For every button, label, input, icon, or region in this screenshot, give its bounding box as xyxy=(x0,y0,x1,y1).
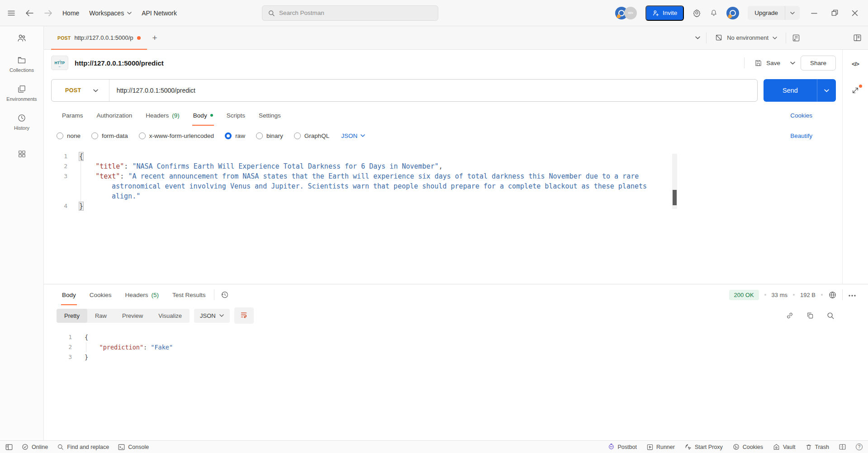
runner-button[interactable]: Runner xyxy=(647,444,675,450)
help-icon[interactable]: ? xyxy=(856,444,863,450)
vault-button[interactable]: Vault xyxy=(773,444,796,450)
environment-quick-look-icon[interactable] xyxy=(792,34,800,42)
notifications-bell-icon[interactable] xyxy=(710,9,718,17)
window-minimize-button[interactable] xyxy=(808,7,820,19)
sidebar-item-collections[interactable]: Collections xyxy=(9,56,34,73)
code-snippet-icon[interactable]: </> xyxy=(852,61,859,67)
send-button[interactable]: Send xyxy=(764,79,836,102)
response-size[interactable]: 192 B xyxy=(800,292,816,298)
response-tab-headers[interactable]: Headers(5) xyxy=(120,284,165,305)
mode-raw[interactable]: raw xyxy=(225,132,245,139)
response-tab-body[interactable]: Body xyxy=(57,284,81,305)
save-options-chevron-icon[interactable] xyxy=(790,61,795,65)
trash-icon xyxy=(806,444,812,450)
request-tab[interactable]: POST http://127.0.0.1:5000/p xyxy=(51,26,147,49)
tab-body[interactable]: Body xyxy=(188,105,218,126)
nav-workspaces[interactable]: Workspaces xyxy=(89,9,132,17)
response-tab-test-results[interactable]: Test Results xyxy=(167,284,211,305)
postbot-button[interactable]: Postbot xyxy=(608,443,637,451)
online-status[interactable]: Online xyxy=(22,444,48,450)
runner-play-icon xyxy=(647,444,653,450)
toggle-sidebar-panel-icon[interactable] xyxy=(5,444,13,450)
new-tab-button[interactable]: + xyxy=(147,33,163,43)
console-toggle[interactable]: Console xyxy=(118,444,149,450)
mode-graphql[interactable]: GraphQL xyxy=(294,132,330,139)
forward-arrow-icon[interactable] xyxy=(44,9,52,17)
sidebar-item-team[interactable] xyxy=(17,33,27,43)
tab-headers[interactable]: Headers(9) xyxy=(140,105,185,126)
wrap-lines-button[interactable] xyxy=(234,307,254,324)
search-response-icon[interactable] xyxy=(826,311,835,320)
radio-icon xyxy=(57,132,63,139)
search-input[interactable] xyxy=(279,9,432,16)
trash-button[interactable]: Trash xyxy=(806,444,830,450)
cookie-icon xyxy=(733,444,740,450)
find-and-replace[interactable]: Find and replace xyxy=(57,444,109,450)
editor-scrollbar[interactable] xyxy=(672,154,677,209)
globe-network-icon[interactable] xyxy=(828,291,837,299)
upgrade-chevron-icon[interactable] xyxy=(785,6,800,20)
global-search[interactable] xyxy=(262,5,438,21)
request-tabs: Params Authorization Headers(9) Body Scr… xyxy=(44,105,842,126)
sidebar-item-history[interactable]: History xyxy=(14,113,29,131)
invite-button[interactable]: Invite xyxy=(645,5,684,21)
status-badge[interactable]: 200 OK xyxy=(729,290,759,300)
response-tab-cookies[interactable]: Cookies xyxy=(84,284,117,305)
split-panel-icon[interactable] xyxy=(839,444,846,450)
sidebar-item-more-blocks[interactable] xyxy=(18,150,26,158)
mode-binary[interactable]: binary xyxy=(256,132,283,139)
radio-selected-icon xyxy=(225,132,232,139)
raw-language-dropdown[interactable]: JSON xyxy=(341,132,365,139)
share-button[interactable]: Share xyxy=(801,56,836,71)
response-body-editor[interactable]: 1 { 2 "prediction": "Fake" 3 } xyxy=(44,326,868,440)
save-button[interactable]: Save xyxy=(750,56,785,70)
layout-panels-icon[interactable] xyxy=(853,33,862,42)
sidebar-item-environments[interactable]: Environments xyxy=(6,85,37,102)
tab-scripts[interactable]: Scripts xyxy=(221,105,251,126)
tab-options-chevron-icon[interactable] xyxy=(695,36,700,39)
nav-home[interactable]: Home xyxy=(62,9,79,17)
method-dropdown[interactable]: POST xyxy=(52,87,109,94)
view-raw[interactable]: Raw xyxy=(87,309,114,323)
window-close-button[interactable] xyxy=(849,7,861,19)
view-pretty[interactable]: Pretty xyxy=(57,309,87,323)
collections-folder-icon xyxy=(17,56,26,65)
account-avatar[interactable] xyxy=(726,7,739,19)
back-arrow-icon[interactable] xyxy=(25,9,34,17)
cookies-link[interactable]: Cookies xyxy=(790,112,836,119)
code-line: 1 { xyxy=(44,151,677,161)
request-header: →HTTP← http://127.0.0.1:5000/predict Sav… xyxy=(44,50,842,76)
more-options-ellipsis-icon[interactable] xyxy=(848,292,856,298)
view-preview[interactable]: Preview xyxy=(114,309,151,323)
upgrade-button[interactable]: Upgrade xyxy=(748,6,800,20)
tab-authorization[interactable]: Authorization xyxy=(91,105,138,126)
beautify-link[interactable]: Beautify xyxy=(790,132,836,139)
mode-none[interactable]: none xyxy=(57,132,81,139)
response-language-dropdown[interactable]: JSON xyxy=(194,309,230,323)
request-body-editor[interactable]: 1 { 2 "title": "NASA Confirms Earth Will… xyxy=(44,146,677,284)
environment-selector[interactable]: No environment xyxy=(712,31,780,44)
expand-arrows-icon[interactable] xyxy=(851,86,859,94)
response-time[interactable]: 33 ms xyxy=(772,292,787,298)
nav-api-network[interactable]: API Network xyxy=(142,9,177,17)
tab-settings[interactable]: Settings xyxy=(253,105,286,126)
scrollbar-thumb[interactable] xyxy=(673,190,677,205)
start-proxy-button[interactable]: Start Proxy xyxy=(685,444,723,450)
hamburger-menu-icon[interactable] xyxy=(7,9,15,17)
send-options-chevron-icon[interactable] xyxy=(817,79,836,102)
mode-x-www-form-urlencoded[interactable]: x-www-form-urlencoded xyxy=(139,132,214,139)
left-sidebar: Collections Environments History xyxy=(0,26,44,440)
response-history-icon[interactable] xyxy=(217,291,232,299)
cookies-button[interactable]: Cookies xyxy=(733,444,763,450)
settings-gear-icon[interactable] xyxy=(693,9,701,17)
workspace-avatars[interactable]: </> xyxy=(615,7,637,19)
link-icon[interactable] xyxy=(786,311,794,320)
code-line: 2 "prediction": "Fake" xyxy=(44,342,868,352)
mode-form-data[interactable]: form-data xyxy=(91,132,128,139)
copy-icon[interactable] xyxy=(806,311,814,320)
view-visualize[interactable]: Visualize xyxy=(151,309,190,323)
window-restore-button[interactable] xyxy=(829,7,840,19)
tab-params[interactable]: Params xyxy=(57,105,89,126)
history-clock-icon xyxy=(17,113,26,123)
url-input[interactable] xyxy=(109,87,757,94)
